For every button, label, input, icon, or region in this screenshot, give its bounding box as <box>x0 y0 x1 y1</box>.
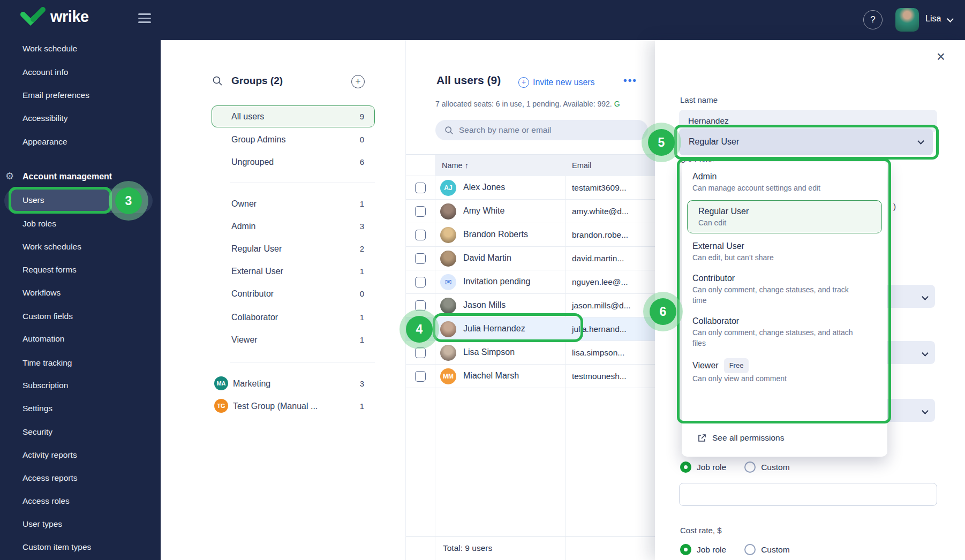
cost-rate-label: Cost rate, $ <box>680 526 722 535</box>
sidebar-item-workflows[interactable]: Workflows <box>22 287 61 298</box>
job-role-field[interactable] <box>679 483 937 506</box>
wrike-logo[interactable]: wrike <box>20 7 89 26</box>
table-row[interactable]: Brandon Roberts brandon.robe... <box>406 223 656 247</box>
close-icon[interactable]: × <box>937 50 945 64</box>
table-row[interactable]: Amy White amy.white@d... <box>406 200 656 223</box>
row-checkbox[interactable] <box>415 230 426 240</box>
table-row[interactable]: ✉ Invitation pending nguyen.lee@... <box>406 270 656 294</box>
row-checkbox[interactable] <box>415 253 426 264</box>
row-checkbox[interactable] <box>415 347 426 358</box>
column-header-email[interactable]: Email <box>565 155 656 176</box>
divider <box>230 362 375 362</box>
table-row[interactable]: Jason Mills jason.mills@d... <box>406 294 656 317</box>
user-type-select[interactable]: Regular User <box>679 128 933 155</box>
hamburger-menu-icon[interactable] <box>138 13 151 22</box>
option-viewer[interactable]: ViewerFree Can only view and comment <box>682 353 887 389</box>
row-checkbox[interactable] <box>415 277 426 287</box>
group-item-contributor[interactable]: Contributor 0 <box>212 288 375 300</box>
group-item-external-user[interactable]: External User 1 <box>212 266 375 277</box>
last-name-label: Last name <box>680 95 718 104</box>
sidebar-item-work-schedules[interactable]: Work schedules <box>22 241 81 252</box>
sidebar-item-security[interactable]: Security <box>22 427 52 437</box>
gear-icon: ⚙ <box>5 171 14 181</box>
sidebar-item-activity-reports[interactable]: Activity reports <box>22 450 77 460</box>
sidebar-item-request-forms[interactable]: Request forms <box>22 264 77 275</box>
external-link-icon <box>697 434 706 443</box>
hidden-text-fragment: ) <box>893 202 896 211</box>
sidebar-item-settings[interactable]: Settings <box>22 403 52 414</box>
sidebar-item-custom-fields[interactable]: Custom fields <box>22 311 73 322</box>
sidebar-item-work-schedule[interactable]: Work schedule <box>22 43 77 54</box>
option-collaborator[interactable]: Collaborator Can only comment, change st… <box>682 311 887 353</box>
option-regular-user-selected[interactable]: Regular User Can edit <box>687 200 882 233</box>
annotation-step-5: 5 <box>642 123 681 162</box>
divider <box>230 183 375 183</box>
users-title: All users (9) <box>436 74 501 87</box>
hidden-select[interactable] <box>884 285 935 308</box>
table-row[interactable]: David Martin david.martin... <box>406 247 656 270</box>
column-header-name[interactable]: Name ↑ <box>435 155 565 176</box>
see-all-permissions-link[interactable]: See all permissions <box>682 426 887 450</box>
row-checkbox[interactable] <box>415 371 426 382</box>
sidebar-item-job-roles[interactable]: Job roles <box>22 218 56 229</box>
more-actions-button[interactable]: ••• <box>623 74 637 86</box>
sidebar-item-accessibility[interactable]: Accessibility <box>22 113 67 124</box>
chevron-down-icon <box>917 138 924 145</box>
option-contributor[interactable]: Contributor Can only comment, change sta… <box>682 268 887 311</box>
sidebar-item-account-info[interactable]: Account info <box>22 67 68 78</box>
sidebar-item-user-types[interactable]: User types <box>22 519 62 529</box>
group-item-test-group[interactable]: TG Test Group (Manual ... 1 <box>212 400 375 412</box>
sidebar-section-account-management: Account management <box>22 171 112 182</box>
help-icon[interactable]: ? <box>863 10 883 29</box>
sidebar-item-email-preferences[interactable]: Email preferences <box>22 90 89 101</box>
annotation-step-4: 4 <box>399 309 439 349</box>
job-role-radio-selected[interactable] <box>680 544 691 555</box>
group-item-marketing[interactable]: MA Marketing 3 <box>212 378 375 390</box>
table-row[interactable]: Lisa Simpson lisa.simpson... <box>406 341 656 365</box>
annotation-step-6: 6 <box>643 292 683 331</box>
invite-new-users-button[interactable]: + Invite new users <box>518 77 595 88</box>
user-menu-label[interactable]: Lisa <box>925 14 941 24</box>
group-item-viewer[interactable]: Viewer 1 <box>212 334 375 346</box>
avatar[interactable] <box>895 8 919 32</box>
search-icon[interactable] <box>212 75 223 86</box>
group-avatar-marketing: MA <box>214 376 228 390</box>
groups-title: Groups (2) <box>231 75 283 87</box>
sidebar-item-users-label: Users <box>22 195 44 205</box>
group-item-admin[interactable]: Admin 3 <box>212 221 375 232</box>
group-item-ungrouped[interactable]: Ungrouped 6 <box>212 156 375 168</box>
table-row[interactable]: AJ Alex Jones testamit3609... <box>406 176 656 200</box>
cost-rate-radios: Job role Custom <box>680 544 790 555</box>
hidden-select[interactable] <box>884 341 935 364</box>
custom-radio[interactable] <box>744 544 756 555</box>
avatar <box>440 203 456 220</box>
table-row[interactable]: MM Miachel Marsh testmounesh... <box>406 365 656 388</box>
group-item-all-users[interactable]: All users 9 <box>212 111 375 123</box>
wrike-account-management-screen: Work schedule Account info Email prefere… <box>0 0 965 560</box>
row-checkbox[interactable] <box>415 183 426 193</box>
custom-radio[interactable] <box>744 461 756 473</box>
sidebar-item-appearance[interactable]: Appearance <box>22 137 67 147</box>
sidebar-item-users[interactable]: Users <box>9 187 112 214</box>
table-footer: Total: 9 users <box>406 536 656 560</box>
group-item-collaborator[interactable]: Collaborator 1 <box>212 312 375 323</box>
add-group-icon[interactable]: + <box>351 75 365 88</box>
avatar <box>440 298 456 314</box>
hidden-select[interactable] <box>884 399 935 422</box>
sidebar-item-custom-item-types[interactable]: Custom item types <box>22 542 91 553</box>
search-input[interactable]: Search by name or email <box>435 120 648 140</box>
group-item-group-admins[interactable]: Group Admins 0 <box>212 134 375 146</box>
table-row-selected-julia-hernandez[interactable]: Julia Hernandez julia.hernand... <box>406 317 656 341</box>
job-role-radio-selected[interactable] <box>680 461 691 473</box>
sidebar-item-access-roles[interactable]: Access roles <box>22 496 70 506</box>
option-external-user[interactable]: External User Can edit, but can’t share <box>682 236 887 268</box>
option-admin[interactable]: Admin Can manage account settings and ed… <box>682 166 887 198</box>
sidebar-item-access-reports[interactable]: Access reports <box>22 473 78 483</box>
seats-link-fragment[interactable]: G <box>614 100 620 108</box>
group-item-regular-user[interactable]: Regular User 2 <box>212 243 375 255</box>
row-checkbox[interactable] <box>415 206 426 217</box>
sidebar-item-time-tracking[interactable]: Time tracking <box>22 358 72 368</box>
sidebar-item-automation[interactable]: Automation <box>22 334 64 344</box>
sidebar-item-subscription[interactable]: Subscription <box>22 380 68 391</box>
group-item-owner[interactable]: Owner 1 <box>212 198 375 210</box>
